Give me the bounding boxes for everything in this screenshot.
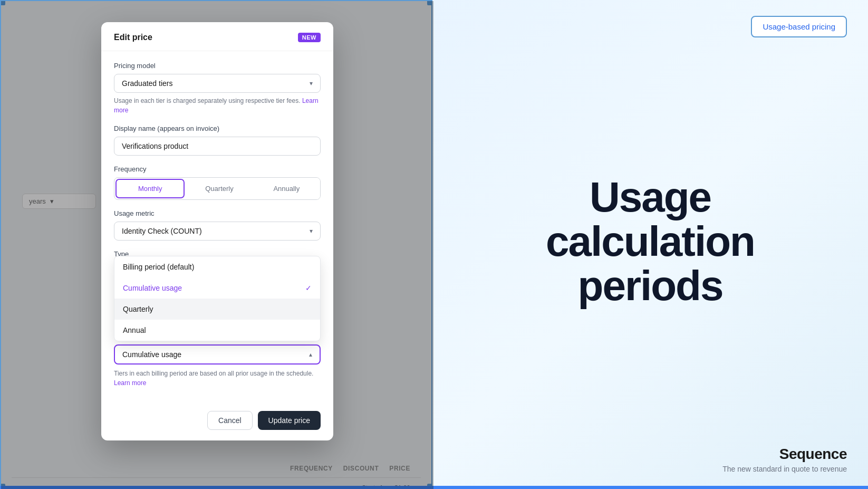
calculation-description: Tiers in each billing period are based o… bbox=[114, 369, 321, 388]
display-name-input[interactable] bbox=[114, 137, 321, 156]
learn-more-link-2[interactable]: Learn more bbox=[114, 379, 146, 387]
right-panel: Usage-based pricing Usagecalculationperi… bbox=[432, 0, 868, 489]
cancel-button[interactable]: Cancel bbox=[207, 411, 253, 430]
frequency-label: Frequency bbox=[114, 165, 321, 173]
update-price-button[interactable]: Update price bbox=[258, 411, 321, 430]
brand-tagline: The new standard in quote to revenue bbox=[722, 465, 847, 473]
frequency-annually-option[interactable]: Annually bbox=[253, 178, 320, 199]
branding-section: Sequence The new standard in quote to re… bbox=[722, 446, 847, 473]
modal-overlay: Edit price NEW Pricing model Graduated t… bbox=[1, 1, 433, 489]
calculation-period-value: Cumulative usage bbox=[122, 350, 181, 359]
frequency-section: Frequency Monthly Quarterly Annually bbox=[114, 165, 321, 200]
chevron-up-icon: ▴ bbox=[309, 351, 312, 358]
frequency-monthly-option[interactable]: Monthly bbox=[115, 179, 185, 198]
display-name-label: Display name (appears on invoice) bbox=[114, 124, 321, 132]
modal-header: Edit price NEW bbox=[101, 22, 333, 51]
calculation-period-options: Billing period (default) Cumulative usag… bbox=[114, 256, 321, 341]
brand-name: Sequence bbox=[722, 446, 847, 463]
calc-option-quarterly[interactable]: Quarterly bbox=[114, 299, 320, 320]
usage-metric-value: Identity Check (COUNT) bbox=[122, 227, 202, 235]
usage-metric-label: Usage metric bbox=[114, 209, 321, 217]
usage-based-pricing-button[interactable]: Usage-based pricing bbox=[751, 16, 847, 37]
calculation-period-container: Billing period (default) Cumulative usag… bbox=[114, 344, 321, 365]
modal-body: Pricing model Graduated tiers ▾ Usage in… bbox=[101, 51, 333, 398]
usage-metric-dropdown[interactable]: Identity Check (COUNT) ▾ bbox=[114, 222, 321, 241]
frequency-quarterly-option[interactable]: Quarterly bbox=[186, 178, 253, 199]
check-icon: ✓ bbox=[305, 284, 312, 292]
usage-metric-section: Usage metric Identity Check (COUNT) ▾ bbox=[114, 209, 321, 241]
modal-footer: Cancel Update price bbox=[101, 402, 333, 440]
edit-price-modal: Edit price NEW Pricing model Graduated t… bbox=[101, 22, 333, 440]
hero-text-container: Usagecalculationperiods bbox=[546, 37, 755, 446]
hero-title: Usagecalculationperiods bbox=[546, 175, 755, 308]
modal-title: Edit price bbox=[114, 33, 152, 42]
chevron-down-icon: ▾ bbox=[310, 80, 313, 87]
calculation-period-dropdown[interactable]: Cumulative usage ▴ bbox=[114, 344, 321, 365]
pricing-model-section: Pricing model Graduated tiers ▾ Usage in… bbox=[114, 62, 321, 115]
calc-option-cumulative-usage[interactable]: Cumulative usage ✓ bbox=[114, 277, 320, 299]
pricing-model-helper: Usage in each tier is charged separately… bbox=[114, 96, 321, 115]
pricing-model-value: Graduated tiers bbox=[122, 79, 173, 88]
chevron-down-icon-2: ▾ bbox=[310, 227, 313, 235]
left-background-panel: years ▾ Phase ends on 31 December 2025 F… bbox=[0, 0, 432, 489]
new-badge: NEW bbox=[298, 33, 321, 42]
calc-option-billing-period[interactable]: Billing period (default) bbox=[114, 256, 320, 277]
frequency-segmented-control: Monthly Quarterly Annually bbox=[114, 177, 321, 200]
pricing-model-label: Pricing model bbox=[114, 62, 321, 70]
pricing-model-dropdown[interactable]: Graduated tiers ▾ bbox=[114, 74, 321, 93]
calc-option-annual[interactable]: Annual bbox=[114, 320, 320, 341]
display-name-section: Display name (appears on invoice) bbox=[114, 124, 321, 156]
